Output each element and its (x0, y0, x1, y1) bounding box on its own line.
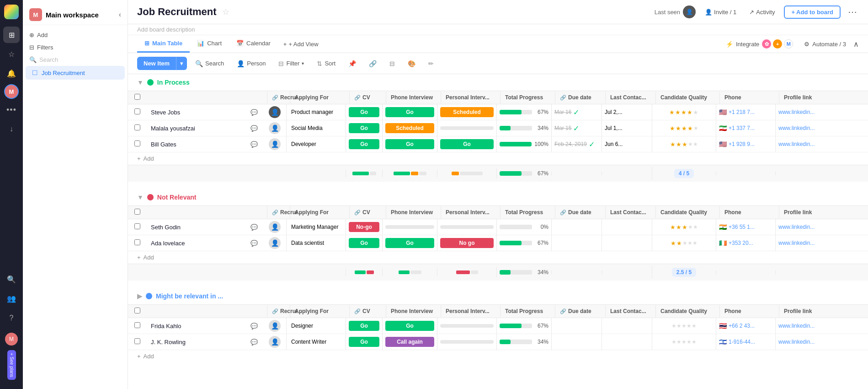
profile-cell[interactable]: www.linkedin... (775, 104, 830, 120)
phone-int-cell[interactable]: Go (382, 136, 437, 152)
profile-link[interactable]: www.linkedin... (778, 224, 815, 230)
add-view-button[interactable]: + + Add View (278, 36, 324, 52)
cv-cell[interactable]: Go (346, 334, 382, 350)
row-checkbox-cell[interactable] (130, 121, 146, 135)
more-options-icon[interactable]: ••• (3, 102, 20, 118)
profile-link[interactable]: www.linkedin... (778, 323, 815, 329)
sort-toolbar-button[interactable]: ⇅ Sort (312, 57, 340, 70)
recruiter-cell[interactable]: 👤 (263, 334, 286, 350)
recruiter-cell[interactable]: 👤 (263, 136, 286, 152)
help-icon[interactable]: ? (3, 310, 20, 326)
profile-cell[interactable]: www.linkedin... (775, 136, 830, 152)
cv-cell[interactable]: No-go (346, 219, 382, 235)
recruiter-cell[interactable]: 👤 (263, 235, 286, 251)
row-checkbox-cell[interactable] (130, 319, 146, 333)
row-checkbox[interactable] (134, 108, 140, 114)
edit-toolbar-button[interactable]: ✏ (424, 57, 438, 70)
pin-toolbar-button[interactable]: 📌 (344, 57, 361, 70)
chat-cell[interactable]: 💬 (245, 141, 263, 148)
row-checkbox[interactable] (134, 124, 140, 130)
profile-cell[interactable]: www.linkedin... (775, 235, 830, 251)
add-to-board-button[interactable]: + Add to board (784, 5, 841, 19)
personal-int-cell[interactable]: Scheduled (437, 104, 496, 120)
row-checkbox-cell[interactable] (130, 335, 146, 349)
profile-cell[interactable]: www.linkedin... (775, 334, 830, 350)
chat-cell[interactable]: 💬 (245, 240, 263, 247)
check-all-checkbox[interactable] (134, 209, 140, 215)
activity-button[interactable]: ↗ Activity (746, 7, 778, 17)
topbar-more-button[interactable]: ⋯ (846, 5, 859, 19)
new-item-dropdown-button[interactable]: ▾ (176, 57, 187, 70)
tab-main-table[interactable]: ⊞ Main Table (137, 35, 190, 53)
tab-chart[interactable]: 📊 Chart (190, 35, 229, 53)
favorite-star-icon[interactable]: ☆ (222, 7, 229, 17)
nav-search[interactable]: 🔍 Search (23, 54, 128, 66)
check-all-checkbox[interactable] (134, 94, 140, 100)
user-avatar-icon[interactable]: M (4, 84, 19, 99)
people-icon[interactable]: 👥 (3, 291, 20, 307)
chat-cell[interactable]: 💬 (245, 125, 263, 132)
chat-cell[interactable]: 💬 (245, 224, 263, 231)
row-checkbox[interactable] (134, 223, 140, 229)
phone-int-cell[interactable]: Call again (382, 334, 437, 350)
add-action[interactable]: ⊕ Add (23, 29, 128, 41)
tab-calendar[interactable]: 📅 Calendar (229, 35, 278, 53)
row-checkbox-cell[interactable] (130, 220, 146, 234)
row-checkbox[interactable] (134, 239, 140, 245)
rows-toolbar-button[interactable]: ⊟ (385, 57, 399, 70)
personal-int-cell[interactable] (437, 318, 496, 334)
collapse-button[interactable]: ∧ (853, 40, 859, 49)
add-row-mbr[interactable]: + Add (128, 350, 868, 362)
cv-cell[interactable]: Go (346, 120, 382, 136)
row-checkbox-cell[interactable] (130, 236, 146, 250)
download-icon[interactable]: ↓ (3, 121, 20, 137)
paint-toolbar-button[interactable]: 🎨 (403, 57, 420, 70)
profile-link[interactable]: www.linkedin... (778, 141, 815, 147)
personal-int-cell[interactable] (437, 120, 496, 136)
invite-button[interactable]: 👤 Invite / 1 (701, 7, 740, 17)
profile-cell[interactable]: www.linkedin... (775, 318, 830, 334)
personal-int-cell[interactable] (437, 334, 496, 350)
automate-button[interactable]: ⚙ Automate / 3 (800, 39, 850, 49)
chat-cell[interactable]: 💬 (245, 323, 263, 330)
check-all-col[interactable] (130, 206, 148, 219)
integrate-button[interactable]: ⚡ Integrate ✿ + M (722, 38, 797, 50)
workspace-chevron[interactable]: ‹ (119, 11, 121, 19)
personal-int-cell[interactable]: Go (437, 136, 496, 152)
phone-int-cell[interactable]: Go (382, 235, 437, 251)
profile-link[interactable]: www.linkedin... (778, 109, 815, 115)
profile-link[interactable]: www.linkedin... (778, 125, 815, 131)
filters-action[interactable]: ⊟ Filters (23, 41, 128, 54)
search-toolbar-button[interactable]: 🔍 Search (191, 57, 229, 70)
recruiter-cell[interactable]: 👤 (263, 120, 286, 136)
person-toolbar-button[interactable]: 👤 Person (232, 57, 270, 70)
phone-int-cell[interactable] (382, 219, 437, 235)
row-checkbox[interactable] (134, 322, 140, 328)
row-checkbox-cell[interactable] (130, 105, 146, 119)
chat-cell[interactable]: 💬 (245, 339, 263, 346)
profile-link[interactable]: www.linkedin... (778, 240, 815, 246)
group-header-might-be-relevant[interactable]: ▶ Might be relevant in ... (128, 288, 868, 304)
favorites-icon[interactable]: ☆ (3, 46, 20, 62)
sidebar-item-job-recruitment[interactable]: ☐ Job Recruitment (26, 66, 125, 80)
row-checkbox-cell[interactable] (130, 137, 146, 151)
cv-cell[interactable]: Go (346, 104, 382, 120)
row-checkbox[interactable] (134, 338, 140, 344)
grid-nav-icon[interactable]: ⊞ (3, 27, 20, 43)
group-header-not-relevant[interactable]: ▼ Not Relevant (128, 189, 868, 205)
group-collapse-icon[interactable]: ▼ (137, 194, 144, 201)
phone-int-cell[interactable]: Go (382, 318, 437, 334)
recruiter-cell[interactable]: 👤 (263, 318, 286, 334)
link-toolbar-button[interactable]: 🔗 (364, 57, 381, 70)
notification-icon[interactable]: 🔔 (3, 65, 20, 81)
personal-int-cell[interactable]: No go (437, 235, 496, 251)
profile-cell[interactable]: www.linkedin... (775, 219, 830, 235)
cv-cell[interactable]: Go (346, 318, 382, 334)
phone-int-cell[interactable]: Scheduled (382, 120, 437, 136)
new-item-button[interactable]: New Item (137, 57, 176, 70)
recruiter-cell[interactable]: 👤 (263, 104, 286, 120)
group-header-in-process[interactable]: ▼ In Process (128, 74, 868, 91)
group-collapse-icon[interactable]: ▶ (137, 292, 142, 300)
row-checkbox[interactable] (134, 140, 140, 146)
phone-int-cell[interactable]: Go (382, 104, 437, 120)
